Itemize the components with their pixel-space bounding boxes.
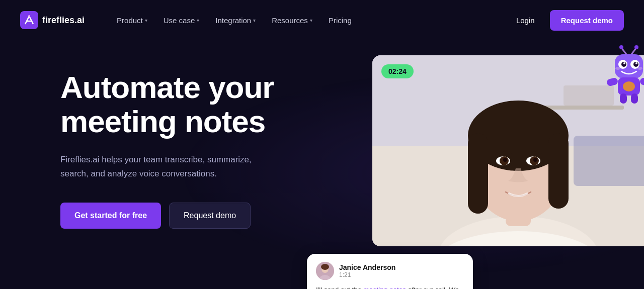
avatar-image — [316, 262, 334, 280]
chat-time: 1:21 — [339, 271, 395, 278]
robot-mascot — [604, 45, 644, 101]
svg-rect-38 — [606, 77, 619, 86]
nav-item-resources[interactable]: Resources ▾ — [265, 12, 319, 29]
request-demo-hero-button[interactable]: Request demo — [169, 203, 251, 229]
login-button[interactable]: Login — [509, 12, 542, 29]
svg-point-1 — [28, 15, 30, 17]
svg-point-34 — [635, 62, 637, 64]
video-card: 02:24 — [372, 55, 644, 246]
chevron-down-icon: ▾ — [145, 18, 147, 23]
chevron-down-icon: ▾ — [253, 18, 256, 23]
robot-svg — [604, 45, 644, 106]
timer-badge: 02:24 — [381, 64, 414, 78]
chevron-down-icon: ▾ — [197, 18, 199, 23]
hero-right: 02:24 Janice Anderson 1:21 — [342, 60, 624, 289]
hero-buttons: Get started for free Request demo — [60, 203, 322, 229]
svg-rect-12 — [468, 133, 488, 214]
nav-item-usecase[interactable]: Use case ▾ — [156, 12, 207, 29]
navbar: fireflies.ai Product ▾ Use case ▾ Integr… — [0, 0, 644, 40]
svg-point-23 — [321, 264, 329, 270]
svg-rect-42 — [631, 93, 638, 104]
request-demo-button[interactable]: Request demo — [550, 10, 624, 31]
logo-icon — [20, 11, 38, 29]
svg-rect-41 — [620, 93, 627, 104]
hero-title: Automate your meeting notes — [60, 70, 322, 139]
logo-link[interactable]: fireflies.ai — [20, 11, 85, 29]
hero-section: Automate your meeting notes Fireflies.ai… — [0, 40, 644, 289]
video-background — [372, 55, 644, 246]
nav-links: Product ▾ Use case ▾ Integration ▾ Resou… — [110, 12, 509, 29]
chat-header: Janice Anderson 1:21 — [316, 262, 464, 280]
chevron-down-icon: ▾ — [310, 18, 312, 23]
svg-point-18 — [503, 158, 507, 162]
svg-point-33 — [623, 62, 625, 64]
logo-text: fireflies.ai — [42, 15, 85, 26]
meeting-notes-link: meeting notes — [363, 286, 406, 289]
svg-point-36 — [637, 67, 642, 70]
svg-rect-6 — [574, 136, 644, 186]
svg-point-27 — [634, 45, 638, 49]
svg-point-40 — [623, 81, 635, 91]
svg-point-35 — [615, 67, 620, 70]
svg-rect-13 — [548, 133, 569, 209]
hero-subtitle: Fireflies.ai helps your team transcribe,… — [60, 153, 272, 180]
nav-item-product[interactable]: Product ▾ — [110, 12, 154, 29]
chat-message: I'll send out the meeting notes after ou… — [316, 285, 464, 289]
svg-point-19 — [533, 158, 537, 162]
chat-user-info: Janice Anderson 1:21 — [339, 263, 395, 278]
chat-bubble: Janice Anderson 1:21 I'll send out the m… — [307, 254, 473, 289]
get-started-button[interactable]: Get started for free — [60, 203, 161, 229]
nav-item-pricing[interactable]: Pricing — [321, 12, 359, 29]
avatar — [316, 262, 334, 280]
person-illustration — [372, 55, 644, 246]
svg-rect-0 — [20, 11, 38, 29]
chat-user-name: Janice Anderson — [339, 263, 395, 271]
nav-item-integration[interactable]: Integration ▾ — [208, 12, 263, 29]
nav-actions: Login Request demo — [509, 10, 624, 31]
svg-point-25 — [619, 45, 623, 49]
hero-left: Automate your meeting notes Fireflies.ai… — [60, 60, 322, 289]
